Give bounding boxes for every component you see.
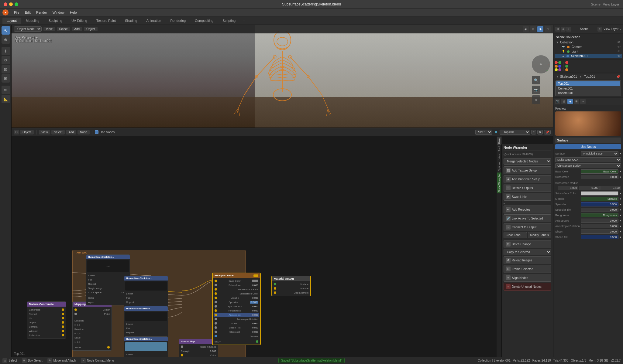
nw-vtab-wrangler[interactable]: Node Wrangler — [497, 172, 501, 193]
sidebar-icon-1[interactable]: ⊞ — [555, 27, 560, 32]
measure-tool[interactable]: 📐 — [2, 95, 10, 103]
transform-tool[interactable]: ⊞ — [2, 74, 10, 83]
props-material-icon[interactable]: ◈ — [567, 99, 573, 104]
sidebar-icon-2[interactable]: ◈ — [561, 27, 566, 32]
specular-tint-input[interactable] — [581, 208, 618, 212]
distribution-select[interactable]: Multiscatter GGX — [555, 157, 621, 162]
node-canvas[interactable]: Textures Texture Coordinate Generated No… — [12, 136, 553, 364]
nw-vtab-item[interactable]: Item — [497, 137, 501, 145]
camera-view-icon[interactable]: 📷 — [532, 86, 540, 94]
node-menu-node[interactable]: Node — [77, 130, 90, 134]
camera-eye[interactable]: 👁 — [618, 45, 621, 49]
base-color-input[interactable] — [581, 169, 618, 174]
viewport-shading-material[interactable]: ◎ — [530, 26, 536, 32]
subsurface-method-select[interactable]: Christensen-Burley — [555, 163, 621, 168]
tab-rendering[interactable]: Rendering — [166, 18, 190, 24]
obj-expand-icon[interactable]: ▲ — [556, 75, 559, 78]
obj-pin-icon[interactable]: 📌 — [616, 75, 620, 78]
close-button[interactable] — [4, 2, 7, 6]
view-menu-node[interactable]: View — [39, 130, 50, 134]
sheen-input[interactable] — [581, 230, 618, 234]
tab-sculpting[interactable]: Sculpting — [44, 18, 67, 24]
add-reroutes-button[interactable]: ↩ Add Reroutes — [504, 206, 551, 213]
sr-y-input[interactable] — [579, 186, 600, 190]
node-material-output[interactable]: Material Output Surface Volume Displacem… — [271, 276, 311, 296]
zoom-in-icon[interactable]: 🔍 — [532, 76, 540, 84]
tab-modeling[interactable]: Modeling — [22, 18, 44, 24]
material-top[interactable]: Top.001 — [556, 81, 620, 86]
modify-labels-button[interactable]: Modify Labels — [528, 232, 551, 238]
add-workspace-button[interactable]: + — [240, 18, 247, 24]
connect-to-output-button[interactable]: → Connect to Output — [504, 223, 551, 231]
material-bottom[interactable]: Bottom.001 — [556, 91, 620, 95]
menu-window[interactable]: Window — [50, 10, 67, 15]
use-nodes-checkbox[interactable]: Use Nodes — [95, 130, 115, 134]
skeleton-eye[interactable]: 👁 — [618, 54, 621, 58]
batch-change-button[interactable]: ⊞ Batch Change — [504, 240, 551, 248]
add-menu-node[interactable]: Add — [66, 130, 76, 134]
browse-material-button[interactable]: ≡ — [531, 130, 536, 134]
add-menu[interactable]: Add — [72, 27, 82, 31]
sc-skeleton-item[interactable]: ▲ Skeleton001 👁 — [555, 54, 622, 58]
anisotropic-input[interactable] — [581, 219, 618, 223]
material-select[interactable]: Top.001 — [500, 130, 530, 135]
subsurface-color-swatch[interactable] — [581, 191, 618, 196]
props-output-icon[interactable]: ⎙ — [561, 99, 566, 104]
detach-outputs-button[interactable]: ⊣ Detach Outputs — [504, 184, 551, 192]
align-nodes-button[interactable]: ≡ Align Nodes — [504, 274, 551, 282]
viewport-shading-solid[interactable]: ◉ — [523, 26, 529, 32]
editor-type-icon[interactable]: ⬡ — [14, 130, 19, 134]
sr-x-input[interactable] — [558, 186, 578, 190]
surface-section-header[interactable]: Surface — [555, 138, 621, 143]
tab-texture-paint[interactable]: Texture Paint — [92, 18, 120, 24]
use-nodes-button[interactable]: Use Nodes — [555, 144, 621, 149]
window-controls[interactable] — [4, 2, 18, 6]
select-menu-node[interactable]: Select — [51, 130, 65, 134]
move-tool[interactable]: ✛ — [2, 47, 10, 55]
node-img-tex-1[interactable]: HumanMaleSkeleton... IMG Linear Flat Rep… — [86, 254, 130, 305]
viewport-3d[interactable]: Object Mode View Select Add Object ◉ ◎ ◑… — [12, 25, 553, 128]
tab-shading[interactable]: Shading — [121, 18, 141, 24]
tab-uv-editing[interactable]: UV Editing — [67, 18, 91, 24]
view-menu[interactable]: View — [43, 27, 55, 31]
frame-selected-button[interactable]: ⊡ Frame Selected — [504, 265, 551, 273]
minimize-button[interactable] — [9, 2, 13, 6]
sr-z-input[interactable] — [601, 186, 621, 190]
scene-icon[interactable]: ≡ — [597, 27, 602, 32]
material-center[interactable]: Center.001 — [556, 86, 620, 91]
select-menu[interactable]: Select — [57, 27, 70, 31]
cursor-tool[interactable]: ⊕ — [2, 35, 10, 44]
anisotropic-rotation-input[interactable] — [581, 224, 618, 228]
sheen-tint-input[interactable] — [581, 235, 618, 239]
reload-images-button[interactable]: ↺ Reload Images — [504, 256, 551, 264]
add-texture-setup-button[interactable]: 🖼 Add Texture Setup — [504, 166, 551, 174]
add-principled-setup-button[interactable]: ◈ Add Principled Setup — [504, 175, 551, 183]
viewport-shading-rendered[interactable]: ◑ — [537, 26, 543, 32]
specular-input[interactable] — [581, 202, 618, 206]
tab-scripting[interactable]: Scripting — [218, 18, 240, 24]
sc-camera-item[interactable]: 📷 Camera 👁 — [555, 45, 622, 49]
object-menu-node[interactable]: Object — [20, 130, 34, 134]
rotate-tool[interactable]: ↻ — [2, 56, 10, 64]
local-view-icon[interactable]: ◈ — [532, 95, 540, 104]
roughness-input[interactable] — [581, 213, 618, 217]
node-texture-coordinate[interactable]: Texture Coordinate Generated Normal UV — [27, 301, 66, 338]
tab-animation[interactable]: Animation — [142, 18, 166, 24]
sc-collection-item[interactable]: ▼ Collection 👁 — [555, 40, 622, 45]
nw-vtab-tool[interactable]: Tool — [497, 145, 501, 153]
sc-eye-icon[interactable]: 👁 — [617, 40, 621, 44]
props-object-icon[interactable]: ⊞ — [574, 99, 579, 104]
view-layer-options[interactable]: ▸ — [620, 27, 621, 31]
swap-links-button[interactable]: ⇄ Swap Links — [504, 193, 551, 201]
nw-vtab-options[interactable]: Options — [497, 161, 501, 172]
object-mode-select[interactable]: Object Mode — [14, 26, 42, 32]
nw-vtab-view[interactable]: View — [497, 152, 501, 161]
close-material-button[interactable]: ✕ — [537, 130, 543, 134]
menu-render[interactable]: Render — [34, 10, 50, 15]
annotate-tool[interactable]: ✏ — [2, 86, 10, 94]
select-tool[interactable]: ↖ — [2, 26, 10, 35]
sidebar-icon-3[interactable]: ○ — [566, 27, 571, 32]
link-active-to-selected-button[interactable]: 🔗 Link Active To Selected — [504, 214, 551, 222]
tab-compositing[interactable]: Compositing — [191, 18, 218, 24]
maximize-button[interactable] — [15, 2, 18, 6]
